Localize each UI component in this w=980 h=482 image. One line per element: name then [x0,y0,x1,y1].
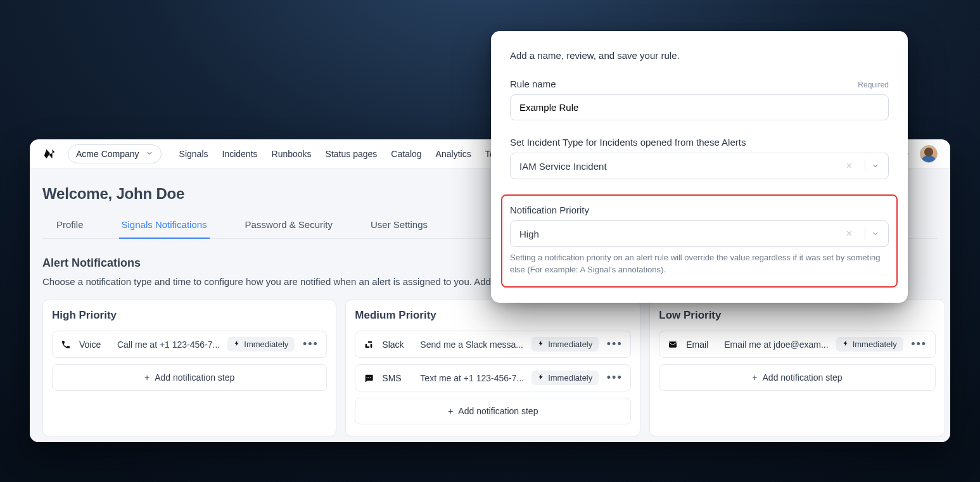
step-menu-icon[interactable]: ••• [911,338,927,351]
step-timing[interactable]: Immediately [531,371,599,385]
nav-status-pages[interactable]: Status pages [326,149,378,159]
step-channel: Voice [79,339,110,350]
tab-user-settings[interactable]: User Settings [368,219,430,238]
step-timing-label: Immediately [853,339,897,349]
rule-name-field: Rule name Required [510,79,889,120]
step-text: Send me a Slack messa... [420,339,524,350]
divider [865,227,865,240]
step-menu-icon[interactable]: ••• [302,338,319,351]
chevron-down-icon [146,149,153,159]
priority-label: Notification Priority [510,205,589,215]
step-menu-icon[interactable]: ••• [606,338,623,351]
notification-step: Slack Send me a Slack messa... Immediate… [355,331,631,358]
step-timing[interactable]: Immediately [227,337,295,352]
mail-icon [667,339,678,350]
card-title: Medium Priority [355,309,631,322]
step-channel: SMS [382,373,412,383]
sms-icon [363,373,374,383]
priority-value: High [519,229,840,239]
card-title: High Priority [52,309,327,322]
phone-icon [60,339,72,350]
step-channel: Slack [382,339,412,350]
divider [865,160,865,172]
step-menu-icon[interactable]: ••• [606,371,623,384]
step-timing-label: Immediately [548,339,592,349]
step-channel: Email [686,339,716,350]
svg-point-7 [370,377,371,378]
notification-step: SMS Text me at +1 123-456-7... Immediate… [355,364,631,391]
nav-analytics[interactable]: Analytics [436,149,471,159]
priority-help-text: Setting a notification priority on an al… [510,252,889,276]
svg-rect-2 [368,341,372,343]
tab-profile[interactable]: Profile [54,219,86,238]
priority-field: Notification Priority High × Setting a n… [510,205,889,276]
incident-type-value: IAM Service Incident [519,161,840,172]
slack-icon [363,339,374,350]
incident-type-select[interactable]: IAM Service Incident × [510,153,889,179]
plus-icon: + [752,372,757,383]
rule-name-input[interactable] [510,94,889,120]
tab-signals-notifications[interactable]: Signals Notifications [119,219,210,239]
company-selector[interactable]: Acme Company [68,144,162,163]
step-text: Email me at jdoe@exam... [724,339,828,350]
tab-password-security[interactable]: Password & Security [243,219,335,238]
rule-card: Add a name, review, and save your rule. … [491,31,908,303]
incident-type-label: Set Incident Type for Incidents opened f… [510,137,746,148]
add-step-button[interactable]: + Add notification step [52,364,327,391]
priority-select[interactable]: High × [510,220,889,247]
company-name: Acme Company [76,149,139,159]
step-timing[interactable]: Immediately [531,337,599,352]
step-timing[interactable]: Immediately [836,337,903,352]
plus-icon: + [448,406,453,416]
rule-name-label: Rule name [510,79,556,89]
card-low-priority: Low Priority Email Email me at jdoe@exam… [649,300,945,436]
incident-type-field: Set Incident Type for Incidents opened f… [510,137,889,179]
step-timing-label: Immediately [244,339,288,349]
card-medium-priority: Medium Priority Slack Send me a Slack me… [345,300,640,436]
add-step-button[interactable]: + Add notification step [355,398,631,424]
nav-runbooks[interactable]: Runbooks [272,149,312,159]
bolt-icon [843,339,849,349]
bolt-icon [538,339,544,349]
add-step-label: Add notification step [763,372,843,383]
app-logo [42,147,56,161]
add-step-label: Add notification step [155,372,234,383]
notification-step: Email Email me at jdoe@exam... Immediate… [659,331,935,358]
bolt-icon [538,373,544,383]
required-indicator: Required [858,80,889,89]
step-text: Text me at +1 123-456-7... [420,373,524,383]
svg-rect-3 [371,343,372,348]
clear-icon[interactable]: × [840,228,858,239]
main-nav: Signals Incidents Runbooks Status pages … [179,149,511,159]
svg-rect-4 [366,346,370,348]
card-title: Low Priority [659,309,935,322]
add-step-button[interactable]: + Add notification step [659,364,935,391]
priority-highlight: Notification Priority High × Setting a n… [501,194,898,288]
add-step-label: Add notification step [458,406,538,416]
rule-instructions: Add a name, review, and save your rule. [510,50,889,61]
clear-icon[interactable]: × [840,160,858,172]
chevron-down-icon[interactable] [872,229,879,239]
nav-catalog[interactable]: Catalog [391,149,421,159]
svg-point-5 [367,377,368,378]
plus-icon: + [144,372,150,383]
card-high-priority: High Priority Voice Call me at +1 123-45… [42,300,336,436]
chevron-down-icon[interactable] [872,161,879,172]
nav-incidents[interactable]: Incidents [222,149,258,159]
step-text: Call me at +1 123-456-7... [117,339,220,350]
priority-cards: High Priority Voice Call me at +1 123-45… [42,300,938,436]
notification-step: Voice Call me at +1 123-456-7... Immedia… [52,331,327,358]
bolt-icon [234,339,240,349]
avatar[interactable] [920,145,938,163]
nav-signals[interactable]: Signals [179,149,208,159]
svg-point-6 [369,377,370,378]
step-timing-label: Immediately [548,373,592,383]
